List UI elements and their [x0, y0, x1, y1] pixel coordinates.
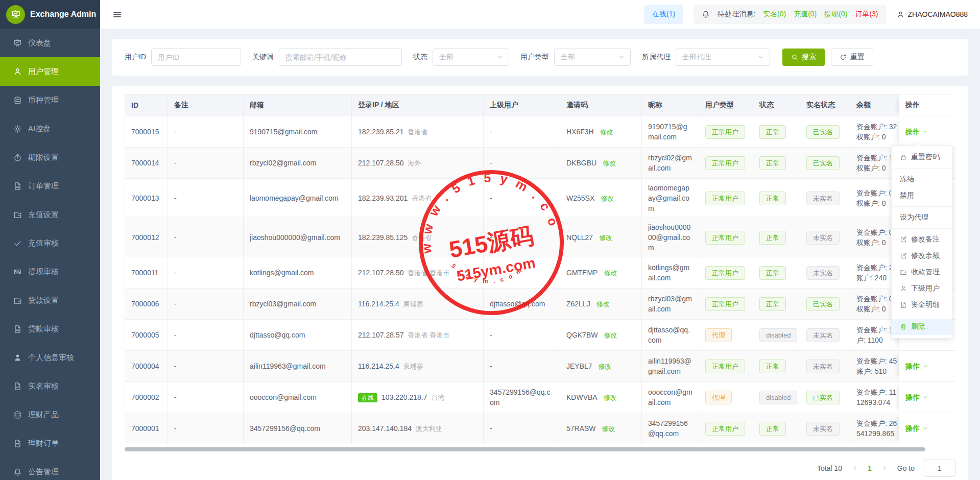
agent-select[interactable]: 全部代理: [676, 49, 770, 66]
folder-icon: [13, 210, 22, 219]
realname-badge: 未实名: [806, 266, 840, 280]
cell-user-type: 正常用户: [699, 179, 753, 218]
prev-page-button[interactable]: [851, 465, 858, 472]
cell-email: jiaoshou000000@gmail.com: [244, 218, 352, 257]
reset-button[interactable]: 重置: [831, 49, 873, 66]
person-icon: [13, 353, 22, 362]
sidebar-item-11[interactable]: 个人信息审核: [0, 343, 100, 372]
cell-note: -: [168, 413, 244, 444]
sidebar-item-4[interactable]: 期限设置: [0, 143, 100, 172]
modify-invite-link[interactable]: 修改: [602, 425, 615, 433]
modify-invite-link[interactable]: 修改: [599, 363, 612, 370]
sidebar-item-15[interactable]: 公告管理: [0, 458, 100, 480]
status-select[interactable]: 全部: [433, 49, 509, 66]
sidebar-item-3[interactable]: AI控盘: [0, 114, 100, 143]
cell-user-type: 正常用户: [699, 289, 753, 320]
cash-icon: [13, 268, 22, 276]
modify-invite-link[interactable]: 修改: [603, 159, 616, 167]
cell-user-type: 正常用户: [699, 413, 753, 444]
sidebar-item-5[interactable]: 订单管理: [0, 172, 100, 200]
modify-invite-link[interactable]: 修改: [600, 128, 613, 136]
user-type-select[interactable]: 全部: [554, 49, 631, 66]
topbar: 在线(1) 待处理消息: 实名(0)充值(0)提现(0)订单(3) ZHAOCA…: [100, 0, 980, 29]
row-action-button[interactable]: 操作: [905, 361, 928, 371]
trash-icon: [900, 323, 907, 330]
modify-invite-link[interactable]: 修改: [599, 234, 612, 242]
cell-parent-user: 3457299156@qq.com: [484, 382, 560, 413]
pending-link[interactable]: 提现(0): [824, 10, 847, 19]
cell-invite-code: 57RASW修改: [560, 413, 642, 444]
column-header-8: 状态: [753, 94, 800, 116]
table-header-row: ID备注邮箱登录IP / 地区上级用户邀请码昵称用户类型状态实名状态余额操作: [125, 94, 956, 116]
user-type-badge: 代理: [705, 328, 732, 342]
cell-nickname: kotlings@gmail.com: [642, 257, 699, 289]
agent-label: 所属代理: [642, 53, 671, 62]
status-badge: disabled: [759, 391, 797, 404]
dropdown-item[interactable]: 冻结: [892, 171, 952, 187]
user-type-badge: 正常用户: [705, 156, 745, 170]
cell-id: 7000012: [125, 218, 168, 257]
modify-invite-link[interactable]: 修改: [604, 394, 617, 401]
status-badge: disabled: [759, 328, 797, 342]
cell-invite-code: HX6F3H修改: [560, 116, 642, 148]
status-badge: 正常: [759, 359, 786, 373]
menu-icon[interactable]: [112, 10, 122, 19]
modify-invite-link[interactable]: 修改: [596, 300, 610, 308]
bell-icon: [702, 10, 710, 18]
user-id-input[interactable]: [151, 49, 241, 66]
horizontal-scrollbar[interactable]: [125, 447, 925, 451]
dropdown-item[interactable]: 修改余额: [892, 248, 952, 264]
dropdown-item[interactable]: 禁用: [892, 187, 952, 204]
cell-realname-status: 未实名: [800, 257, 850, 289]
sidebar-item-6[interactable]: 充值设置: [0, 200, 100, 229]
next-page-button[interactable]: [881, 465, 888, 472]
user-type-badge: 正常用户: [705, 297, 745, 311]
sidebar-item-0[interactable]: 仪表盘: [0, 29, 100, 57]
cell-ip-region: 182.239.85.125香港省: [352, 218, 484, 257]
cell-id: 7000011: [125, 257, 168, 289]
dropdown-divider: [892, 206, 952, 207]
sidebar-item-13[interactable]: 理财产品: [0, 400, 100, 429]
sidebar-item-8[interactable]: 提现审核: [0, 257, 100, 286]
dropdown-item[interactable]: 设为代理: [892, 209, 952, 226]
sidebar-item-14[interactable]: 理财订单: [0, 429, 100, 458]
sidebar-item-12[interactable]: 实名审核: [0, 372, 100, 400]
content: 用户ID 关键词 状态 全部 用户类型 全部: [100, 29, 980, 480]
account-menu[interactable]: ZHAOCAIMAO888: [897, 10, 968, 18]
cell-balance: 资金账户: 45 账户: 510: [850, 351, 899, 382]
cell-invite-code: DKBGBU修改: [560, 148, 642, 179]
dropdown-item[interactable]: 删除: [892, 319, 952, 335]
realname-badge: 已实名: [806, 125, 840, 139]
dropdown-item[interactable]: 修改备注: [892, 231, 952, 248]
online-badge[interactable]: 在线(1): [644, 5, 683, 24]
realname-badge: 已实名: [806, 156, 840, 170]
row-action-button[interactable]: 操作: [905, 423, 928, 434]
modify-invite-link[interactable]: 修改: [601, 195, 614, 202]
keyword-input[interactable]: [279, 49, 402, 66]
row-action-button[interactable]: 操作: [905, 127, 928, 137]
modify-invite-link[interactable]: 修改: [604, 331, 617, 339]
sidebar-item-1[interactable]: 用户管理: [0, 57, 100, 86]
search-button[interactable]: 搜索: [782, 49, 825, 66]
goto-page-input[interactable]: [924, 460, 955, 477]
dropdown-item[interactable]: 收款管理: [892, 264, 952, 280]
dropdown-item[interactable]: 下级用户: [892, 280, 952, 297]
pending-link[interactable]: 订单(3): [855, 10, 878, 19]
dropdown-item[interactable]: 资金明细: [892, 297, 952, 313]
online-tag: 在线: [358, 393, 377, 402]
pending-link[interactable]: 实名(0): [763, 10, 786, 19]
sidebar-item-7[interactable]: 充值审核: [0, 229, 100, 257]
pending-link[interactable]: 充值(0): [794, 10, 817, 19]
dropdown-item[interactable]: 重置密码: [892, 149, 952, 165]
pending-label: 待处理消息:: [718, 10, 755, 19]
current-page[interactable]: 1: [868, 464, 872, 472]
cell-nickname: 3457299156@qq.com: [642, 413, 699, 444]
modify-invite-link[interactable]: 修改: [604, 269, 617, 277]
sidebar-item-10[interactable]: 贷款审核: [0, 315, 100, 343]
row-action-button[interactable]: 操作: [905, 392, 928, 402]
chevron-down-icon: [496, 54, 504, 61]
sidebar-item-2[interactable]: 币种管理: [0, 86, 100, 114]
cell-nickname: 9190715@gmail.com: [642, 116, 699, 148]
sidebar-item-9[interactable]: 贷款设置: [0, 286, 100, 315]
status-badge: 正常: [759, 125, 786, 139]
